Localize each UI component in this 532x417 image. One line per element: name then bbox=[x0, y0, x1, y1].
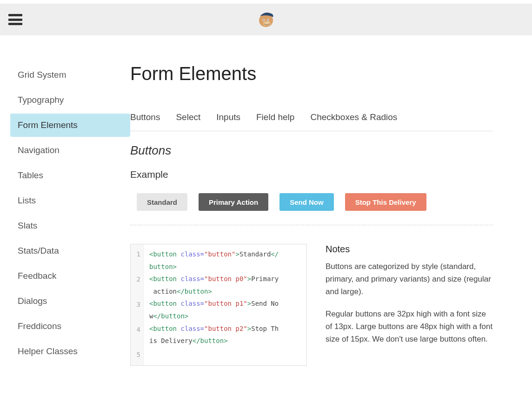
section-title: Buttons bbox=[130, 143, 493, 158]
code-sample: 1 2 3 4 5 <button class="button">Standar… bbox=[130, 244, 307, 366]
code-line: <button class="button p0">Primary action… bbox=[149, 273, 302, 297]
tab-label: Select bbox=[176, 112, 200, 122]
primary-action-button[interactable]: Primary Action bbox=[199, 193, 268, 211]
tab-field-help[interactable]: Field help bbox=[256, 112, 294, 122]
sidebar-item-label: Tables bbox=[18, 170, 43, 180]
tab-label: Checkboxes & Radios bbox=[310, 112, 397, 122]
topbar bbox=[0, 4, 532, 35]
stop-delivery-button[interactable]: Stop This Delivery bbox=[345, 193, 426, 211]
tab-label: Buttons bbox=[130, 112, 160, 122]
sidebar-item-slats[interactable]: Slats bbox=[10, 214, 130, 237]
sidebar-nav: Grid System Typography Form Elements Nav… bbox=[0, 63, 130, 366]
sidebar-item-label: Grid System bbox=[18, 70, 66, 80]
code-line-numbers: 1 2 3 4 5 bbox=[131, 244, 144, 365]
sidebar-item-label: Typography bbox=[18, 95, 64, 105]
tab-inputs[interactable]: Inputs bbox=[216, 112, 240, 122]
example-buttons: Standard Primary Action Send Now Stop Th… bbox=[130, 193, 493, 225]
svg-point-4 bbox=[267, 20, 268, 20]
code-body: <button class="button">Standard</button>… bbox=[144, 244, 306, 365]
button-label: Standard bbox=[147, 198, 177, 206]
sidebar-item-form-elements[interactable]: Form Elements bbox=[10, 114, 130, 137]
line-number: 5 bbox=[133, 349, 140, 362]
sidebar-item-stats-data[interactable]: Stats/Data bbox=[10, 239, 130, 262]
tab-select[interactable]: Select bbox=[176, 112, 200, 122]
sidebar-item-label: Form Elements bbox=[18, 120, 78, 130]
tab-label: Field help bbox=[256, 112, 294, 122]
sidebar-item-label: Dialogs bbox=[18, 296, 47, 306]
send-now-button[interactable]: Send Now bbox=[279, 193, 334, 211]
button-label: Primary Action bbox=[209, 198, 258, 206]
notes-paragraph: Buttons are categorized by style (standa… bbox=[326, 260, 493, 298]
button-label: Stop This Delivery bbox=[355, 198, 416, 206]
example-heading: Example bbox=[130, 169, 493, 180]
sidebar-item-helper-classes[interactable]: Helper Classes bbox=[10, 340, 130, 363]
tab-buttons[interactable]: Buttons bbox=[130, 112, 160, 122]
sidebar-item-label: Slats bbox=[18, 221, 37, 230]
code-line bbox=[149, 347, 302, 360]
standard-button[interactable]: Standard bbox=[137, 193, 187, 211]
svg-point-3 bbox=[263, 20, 264, 20]
sidebar-item-label: Navigation bbox=[18, 145, 60, 155]
notes-heading: Notes bbox=[326, 244, 493, 255]
sidebar-item-label: Freddicons bbox=[18, 321, 61, 331]
tab-label: Inputs bbox=[216, 112, 240, 122]
sidebar-item-label: Helper Classes bbox=[18, 346, 78, 356]
sidebar-item-label: Lists bbox=[18, 195, 36, 205]
notes-paragraph: Regular buttons are 32px high with a fon… bbox=[326, 308, 493, 346]
tab-checkboxes-radios[interactable]: Checkboxes & Radios bbox=[310, 112, 397, 122]
sidebar-item-tables[interactable]: Tables bbox=[10, 164, 130, 187]
button-label: Send Now bbox=[290, 198, 324, 206]
code-line: <button class="button">Standard</button> bbox=[149, 248, 302, 273]
main-content: Form Elements Buttons Select Inputs Fiel… bbox=[130, 63, 512, 366]
line-number: 2 bbox=[133, 273, 140, 298]
sidebar-item-grid-system[interactable]: Grid System bbox=[10, 63, 130, 87]
line-number: 4 bbox=[133, 323, 140, 349]
line-number: 1 bbox=[133, 248, 140, 273]
line-number: 3 bbox=[133, 298, 140, 323]
sidebar-item-typography[interactable]: Typography bbox=[10, 88, 130, 112]
sidebar-item-label: Stats/Data bbox=[18, 246, 59, 256]
sidebar-item-navigation[interactable]: Navigation bbox=[10, 139, 130, 162]
sidebar-item-lists[interactable]: Lists bbox=[10, 189, 130, 212]
page-title: Form Elements bbox=[130, 63, 493, 84]
notes-panel: Notes Buttons are categorized by style (… bbox=[326, 244, 493, 366]
code-line: <button class="button p2">Stop This Deli… bbox=[149, 323, 302, 347]
sidebar-item-dialogs[interactable]: Dialogs bbox=[10, 289, 130, 313]
menu-icon[interactable] bbox=[8, 14, 22, 25]
sidebar-item-label: Feedback bbox=[18, 271, 56, 281]
sidebar-item-feedback[interactable]: Feedback bbox=[10, 264, 130, 288]
mailchimp-logo-icon[interactable] bbox=[256, 10, 276, 29]
section-tabs: Buttons Select Inputs Field help Checkbo… bbox=[130, 112, 493, 131]
sidebar-item-freddicons[interactable]: Freddicons bbox=[10, 315, 130, 338]
code-line: <button class="button p1">Send Now</butt… bbox=[149, 297, 302, 322]
